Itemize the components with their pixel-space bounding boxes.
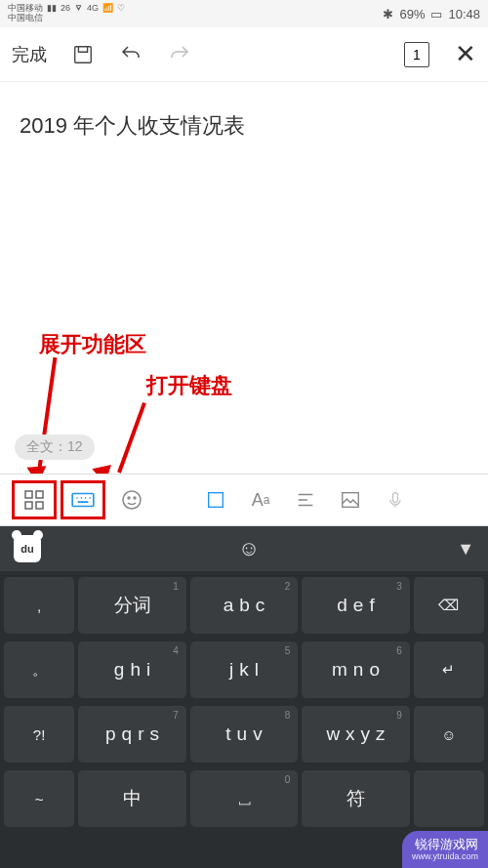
svg-rect-2: [36, 491, 43, 498]
carrier-2: 中国电信: [8, 14, 43, 23]
close-icon[interactable]: ✕: [455, 39, 476, 69]
select-icon[interactable]: [193, 480, 238, 519]
key-emoji[interactable]: ☺: [414, 706, 484, 763]
mic-icon[interactable]: [373, 480, 418, 519]
align-icon[interactable]: [283, 480, 328, 519]
annotation-keyboard: 打开键盘: [146, 371, 232, 400]
arrow-2-line: [117, 402, 146, 474]
page-count[interactable]: 1: [404, 42, 429, 67]
key-wxyz[interactable]: 9wxyz: [302, 706, 410, 763]
key-space[interactable]: 0⎵: [190, 770, 299, 827]
key-enter[interactable]: ↵: [414, 641, 484, 698]
key-tilde[interactable]: ~: [4, 770, 74, 827]
watermark: 锐得游戏网 www.ytruida.com: [402, 831, 488, 868]
svg-point-8: [134, 497, 136, 499]
key-comma[interactable]: ,: [4, 577, 74, 634]
key-backspace[interactable]: ⌫: [414, 577, 484, 634]
key-num-7: 7: [173, 710, 179, 721]
keyboard: , 1分词 2abc 3def ⌫ 。 4ghi 5jkl 6mno ↵ ?! …: [0, 571, 488, 868]
key-num-3: 3: [396, 581, 402, 592]
key-num-8: 8: [285, 710, 291, 721]
key-pqrs[interactable]: 7pqrs: [78, 706, 186, 763]
key-num-6: 6: [396, 645, 402, 656]
svg-rect-5: [72, 494, 94, 507]
word-count-chip[interactable]: 全文：12: [15, 434, 95, 460]
hide-keyboard-icon[interactable]: ▼: [457, 539, 474, 559]
key-num-5: 5: [285, 645, 291, 656]
wifi-icon: 📶: [102, 4, 113, 14]
svg-point-6: [123, 491, 141, 509]
baidu-ime-icon[interactable]: du: [14, 535, 41, 562]
key-num-1: 1: [173, 581, 179, 592]
signal-icon-2: ⛛: [74, 4, 83, 14]
watermark-url: www.ytruida.com: [412, 851, 478, 862]
key-mno[interactable]: 6mno: [302, 641, 410, 698]
battery-icon: ▭: [430, 7, 442, 21]
bottom-toolbar: Aa: [0, 474, 488, 526]
font-icon[interactable]: Aa: [238, 480, 283, 519]
key-ghi[interactable]: 4ghi: [78, 641, 186, 698]
done-button[interactable]: 完成: [12, 43, 47, 66]
battery-percent: 69%: [399, 7, 425, 21]
heart-icon: ♡: [117, 4, 125, 14]
svg-rect-3: [25, 502, 32, 509]
expand-ribbon-icon[interactable]: [12, 480, 57, 519]
key-num-9: 9: [396, 710, 402, 721]
assistant-icon[interactable]: [109, 480, 154, 519]
top-toolbar: 完成 1 ✕: [0, 27, 488, 82]
image-icon[interactable]: [328, 480, 373, 519]
key-def[interactable]: 3def: [302, 577, 410, 634]
key-period[interactable]: 。: [4, 641, 74, 698]
net-4g: 4G: [87, 4, 99, 14]
document-content[interactable]: 2019 年个人收支情况表: [0, 82, 488, 170]
watermark-name: 锐得游戏网: [415, 837, 478, 852]
key-num-0: 0: [285, 774, 291, 785]
svg-rect-11: [393, 493, 398, 503]
document-title: 2019 年个人收支情况表: [20, 111, 468, 141]
key-num-2: 2: [285, 581, 291, 592]
svg-rect-0: [75, 46, 92, 62]
key-symbol[interactable]: 符: [302, 770, 410, 827]
net-badge: 26: [61, 4, 70, 14]
key-num-4: 4: [173, 645, 179, 656]
space-icon: ⎵: [239, 788, 250, 809]
annotation-expand: 展开功能区: [39, 330, 146, 359]
svg-point-7: [128, 497, 130, 499]
key-tuv[interactable]: 8tuv: [190, 706, 299, 763]
status-right: ✱ 69% ▭ 10:48: [383, 7, 480, 21]
key-abc[interactable]: 2abc: [190, 577, 299, 634]
key-lang[interactable]: 中: [78, 770, 186, 827]
bluetooth-icon: ✱: [383, 7, 393, 21]
svg-rect-9: [209, 493, 224, 508]
undo-icon[interactable]: [119, 43, 142, 66]
redo-icon[interactable]: [168, 43, 191, 66]
ime-bar: du ☺ ▼: [0, 526, 488, 571]
save-icon[interactable]: [72, 44, 94, 65]
key-fenci[interactable]: 1分词: [78, 577, 186, 634]
key-punct[interactable]: ?!: [4, 706, 74, 763]
key-label: 分词: [114, 593, 151, 618]
status-bar: 中国移动▮▮26⛛4G📶♡ 中国电信 ✱ 69% ▭ 10:48: [0, 0, 488, 27]
status-carriers: 中国移动▮▮26⛛4G📶♡ 中国电信: [8, 4, 125, 23]
key-extra[interactable]: [414, 770, 484, 827]
svg-rect-10: [343, 493, 359, 508]
key-jkl[interactable]: 5jkl: [190, 641, 299, 698]
clock: 10:48: [448, 7, 480, 21]
signal-icon: ▮▮: [47, 4, 57, 14]
svg-rect-1: [25, 491, 32, 498]
svg-rect-4: [36, 502, 43, 509]
emoji-icon[interactable]: ☺: [238, 536, 260, 561]
open-keyboard-icon[interactable]: [61, 480, 105, 519]
